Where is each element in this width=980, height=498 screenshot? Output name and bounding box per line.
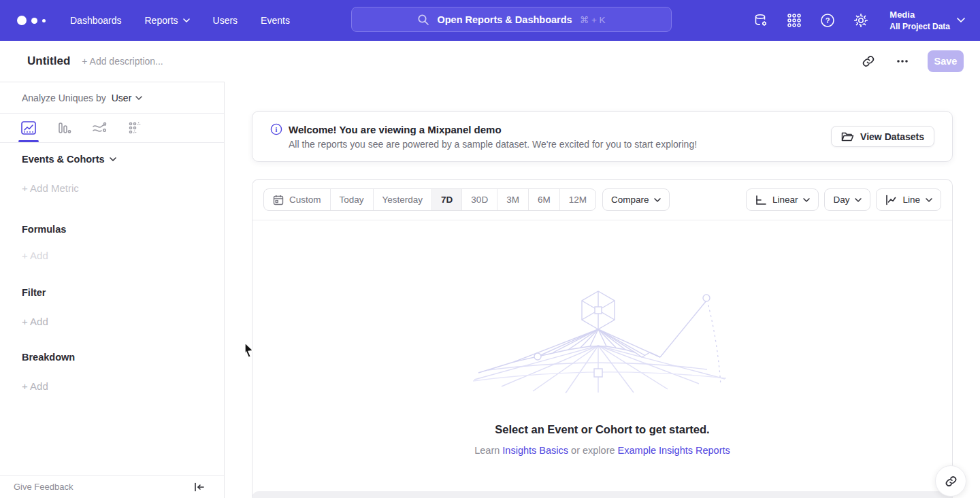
analyze-uniques-selector[interactable]: Analyze Uniques by User xyxy=(0,82,224,114)
topnav-right-group: ? Media All Project Data xyxy=(752,0,965,41)
svg-text:?: ? xyxy=(826,16,830,24)
insights-basics-link[interactable]: Insights Basics xyxy=(502,445,568,456)
project-switcher[interactable]: Media All Project Data xyxy=(889,9,965,32)
bottom-panel-handle[interactable] xyxy=(252,491,953,498)
report-header: Untitled + Add description... Save xyxy=(0,41,980,82)
logo-dot-medium xyxy=(31,18,37,24)
chevron-down-icon xyxy=(957,18,965,22)
granularity-label: Day xyxy=(833,195,849,205)
empty-state-illustration xyxy=(473,290,732,393)
hint-learn-text: Learn xyxy=(474,445,500,456)
events-cohorts-section-title[interactable]: Events & Cohorts xyxy=(22,154,202,165)
retention-grid-tab-icon xyxy=(127,121,142,135)
date-range-custom[interactable]: Custom xyxy=(264,189,331,210)
tab-retention-grid[interactable] xyxy=(124,114,146,142)
bar-chart-tab-icon xyxy=(56,121,71,135)
view-datasets-button[interactable]: View Datasets xyxy=(831,126,934,147)
formulas-section-title: Formulas xyxy=(22,224,202,235)
nav-events[interactable]: Events xyxy=(261,15,290,26)
query-sections: Events & Cohorts + Add Metric Formulas +… xyxy=(0,143,224,392)
apps-grid-icon[interactable] xyxy=(785,12,803,29)
chart-type-selector-button[interactable]: Line xyxy=(876,188,941,211)
tab-insights-line[interactable] xyxy=(18,114,39,142)
tab-bar-chart[interactable] xyxy=(53,114,75,142)
hint-middle-text: or explore xyxy=(571,445,615,456)
report-title[interactable]: Untitled xyxy=(27,54,70,68)
date-range-custom-label: Custom xyxy=(289,195,321,205)
chart-display-controls: Linear Day Line xyxy=(746,188,941,211)
date-range-30d[interactable]: 30D xyxy=(462,189,497,210)
chevron-down-icon xyxy=(135,96,142,100)
nav-dashboards[interactable]: Dashboards xyxy=(70,15,122,26)
add-formula-button[interactable]: + Add xyxy=(22,250,202,261)
insights-chart-card: Custom Today Yesterday 7D 30D 3M 6M 12M … xyxy=(252,179,953,498)
chart-type-label: Line xyxy=(902,195,920,205)
linear-axis-icon xyxy=(755,195,767,205)
sidebar-footer: Give Feedback xyxy=(0,475,224,498)
help-icon[interactable]: ? xyxy=(819,12,836,29)
empty-state-hint: Learn Insights Basics or explore Example… xyxy=(252,445,952,456)
chevron-down-icon xyxy=(926,198,932,202)
compare-label: Compare xyxy=(611,195,649,205)
flow-chart-tab-icon xyxy=(92,121,107,135)
date-range-7d[interactable]: 7D xyxy=(432,189,462,210)
visualization-tabs xyxy=(0,114,224,143)
project-scope: All Project Data xyxy=(889,21,950,32)
logo-dot-large xyxy=(17,16,27,25)
search-placeholder: Open Reports & Dashboards xyxy=(437,14,572,25)
tab-flow-chart[interactable] xyxy=(88,114,110,142)
granularity-selector-button[interactable]: Day xyxy=(824,188,870,211)
date-range-today[interactable]: Today xyxy=(331,189,374,210)
breakdown-section-title: Breakdown xyxy=(22,352,202,363)
global-search-bar[interactable]: Open Reports & Dashboards ⌘ + K xyxy=(351,7,672,32)
collapse-sidebar-icon[interactable] xyxy=(194,482,205,492)
nav-dashboards-label: Dashboards xyxy=(70,15,122,26)
chevron-down-icon xyxy=(654,198,661,202)
mixpanel-logo[interactable] xyxy=(17,16,52,25)
more-options-icon[interactable] xyxy=(894,52,911,70)
project-info: Media All Project Data xyxy=(889,9,950,32)
analyze-prefix-label: Analyze Uniques by xyxy=(22,93,106,103)
add-metric-button[interactable]: + Add Metric xyxy=(22,182,202,194)
report-main-area: i Welcome! You are viewing a Mixpanel de… xyxy=(225,82,980,498)
add-filter-button[interactable]: + Add xyxy=(22,316,202,327)
compare-button[interactable]: Compare xyxy=(602,188,670,211)
copy-link-icon[interactable] xyxy=(860,52,877,70)
breakdown-label: Breakdown xyxy=(22,352,75,363)
chevron-down-icon xyxy=(110,157,116,161)
folder-icon xyxy=(841,131,854,142)
line-chart-icon xyxy=(885,195,897,205)
date-range-yesterday[interactable]: Yesterday xyxy=(374,189,433,210)
project-name: Media xyxy=(889,9,950,21)
events-cohorts-label: Events & Cohorts xyxy=(22,154,105,165)
date-range-segmented-control: Custom Today Yesterday 7D 30D 3M 6M 12M xyxy=(263,188,596,211)
filter-section-title: Filter xyxy=(22,287,202,298)
example-insights-reports-link[interactable]: Example Insights Reports xyxy=(618,445,730,456)
settings-gear-icon[interactable] xyxy=(852,12,870,29)
add-breakdown-button[interactable]: + Add xyxy=(22,380,202,392)
top-navigation-bar: Dashboards Reports Users Events Open Rep… xyxy=(0,0,980,41)
scale-selector-button[interactable]: Linear xyxy=(746,188,819,211)
data-management-icon[interactable] xyxy=(752,12,770,29)
date-range-3m[interactable]: 3M xyxy=(497,189,529,210)
logo-dot-small xyxy=(42,19,46,22)
info-icon: i xyxy=(270,123,282,135)
search-shortcut-hint: ⌘ + K xyxy=(580,14,606,25)
share-link-fab[interactable] xyxy=(935,465,966,497)
date-range-12m[interactable]: 12M xyxy=(560,189,595,210)
nav-users[interactable]: Users xyxy=(213,15,238,26)
save-button[interactable]: Save xyxy=(928,50,964,72)
banner-title: Welcome! You are viewing a Mixpanel demo xyxy=(289,124,502,135)
date-range-6m[interactable]: 6M xyxy=(529,189,560,210)
empty-state-title: Select an Event or Cohort to get started… xyxy=(252,423,952,436)
nav-users-label: Users xyxy=(213,15,238,26)
nav-reports-label: Reports xyxy=(145,15,178,26)
chevron-down-icon xyxy=(855,198,862,202)
give-feedback-link[interactable]: Give Feedback xyxy=(14,482,73,492)
add-description-field[interactable]: + Add description... xyxy=(82,56,163,67)
chevron-down-icon xyxy=(803,198,810,202)
primary-nav: Dashboards Reports Users Events xyxy=(70,15,290,26)
chevron-down-icon xyxy=(183,18,190,22)
nav-reports[interactable]: Reports xyxy=(145,15,190,26)
analyze-value-dropdown[interactable]: User xyxy=(112,93,143,103)
